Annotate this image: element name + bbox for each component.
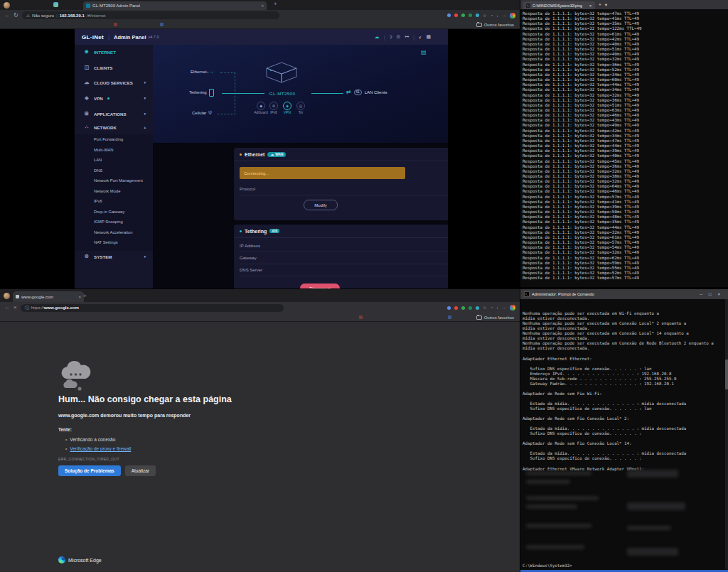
url-host: www.google.com [44, 306, 79, 310]
sidebar-subitem[interactable]: NAT Settings [75, 240, 144, 245]
extension-icon[interactable] [469, 306, 472, 310]
back-icon[interactable]: ← [4, 13, 10, 18]
other-favorites[interactable]: Outros favoritos [476, 315, 514, 320]
sidebar-subitem[interactable]: IPv6 [75, 199, 144, 204]
close-tab-icon[interactable]: × [261, 4, 264, 8]
new-tab-button[interactable]: + [274, 1, 277, 7]
browser-toolbar: ← × ⓘ https://www.google.com ☆ ◔ ↓ ⋯ [0, 302, 520, 313]
browser-profile-icon[interactable] [510, 13, 515, 18]
book-icon[interactable]: ▤ [421, 49, 427, 55]
close-icon[interactable]: × [717, 292, 720, 296]
grid-icon[interactable]: ▦ [426, 34, 431, 40]
close-tab-icon[interactable]: × [78, 295, 81, 299]
sidebar-item-applications[interactable]: ⊞ APPLICATIONS ▾ [75, 109, 153, 119]
minimize-icon[interactable]: – [700, 292, 702, 296]
lan-switch-icon: ⇄ [346, 89, 351, 95]
troubleshoot-button[interactable]: Solução de Problemas [58, 465, 121, 476]
browser-profile-icon[interactable] [510, 305, 515, 311]
history-icon[interactable]: ◔ [490, 306, 493, 310]
tab-google[interactable]: www.google.com × [13, 291, 84, 302]
sidebar-item-clients[interactable]: ◫ CLIENTS [75, 63, 153, 72]
scrollbar-thumb[interactable] [725, 360, 728, 389]
extension-icon[interactable] [469, 14, 472, 17]
help-icon[interactable]: ? [390, 35, 392, 40]
sidebar-item-vpn[interactable]: ◈ VPN ▾ [75, 93, 153, 103]
extension-icon[interactable] [447, 306, 451, 310]
sidebar-subitem[interactable]: Network Port Management [75, 178, 144, 183]
sidebar-subitem[interactable]: Network Acceleration [75, 230, 144, 235]
other-favorites[interactable]: Outros favoritos [476, 23, 514, 27]
bookmark-favicon[interactable] [114, 23, 117, 26]
sidebar-item-system[interactable]: ⚙ SYSTEM ▾ [75, 252, 153, 261]
bookmark-favicon[interactable] [160, 23, 164, 26]
extension-icon[interactable] [461, 306, 465, 310]
sidebar-subitem[interactable]: Port Forwarding [75, 137, 144, 142]
admin-main: ▤ Ethernet ‹···› Tethering Cellular ψ [153, 45, 448, 288]
proxy-firewall-link[interactable]: Verificação de proxy e firewall [70, 446, 131, 451]
disconnect-button[interactable]: Disconnect [300, 284, 340, 288]
cmd-output-line [523, 446, 728, 451]
sidebar-subitem[interactable]: Multi-WAN [75, 148, 144, 153]
cloud-icon[interactable]: ☁ [375, 34, 380, 40]
applications-icon: ⊞ [84, 111, 90, 117]
ping-output-line: Resposta de 1.1.1.1: bytes=32 tempo=32ms… [523, 179, 728, 184]
refresh-icon[interactable]: ↻ [14, 13, 18, 18]
tab-admin-panel[interactable]: GL-MT2500 Admin Panel × [83, 1, 267, 10]
sidebar-subitem[interactable]: DNS [75, 168, 144, 173]
extension-icon[interactable] [476, 14, 479, 17]
workspace-icon[interactable] [53, 2, 58, 7]
bookmark-favicon[interactable] [359, 315, 363, 319]
sidebar-item-network[interactable]: ∴ NETWORK ▴ [75, 122, 153, 132]
logout-icon[interactable]: ↦ [405, 34, 409, 40]
bookmark-favicon[interactable] [448, 315, 451, 319]
address-bar[interactable]: ⚠ Não seguro | 192.168.20.1 /#/internet [22, 11, 279, 19]
tab-title: www.google.com [21, 295, 53, 299]
terminal-tab[interactable]: >_ C:\WINDOWS\System32\ping × [523, 1, 595, 9]
extension-icon[interactable] [454, 306, 458, 310]
downloads-icon[interactable]: ↓ [496, 306, 498, 310]
error-try-label: Tente: [58, 427, 72, 432]
new-tab-button[interactable]: + [83, 293, 87, 299]
ping-output-line: Resposta de 1.1.1.1: bytes=32 tempo=44ms… [523, 82, 728, 87]
sidebar-subitem[interactable]: Drop-in Gateway [75, 210, 144, 215]
maximize-icon[interactable]: □ [709, 292, 712, 296]
url-path: /#/internet [87, 14, 106, 18]
language-icon[interactable]: ◐ [419, 35, 422, 40]
sidebar-subitem[interactable]: LAN [75, 158, 144, 163]
lan-clients-group[interactable]: ⇄ 61 LAN Clients [346, 89, 387, 95]
adguard-icon: ◆ [257, 102, 265, 110]
scrollbar-track[interactable] [725, 299, 728, 569]
ping-output-line: Resposta de 1.1.1.1: bytes=32 tempo=35ms… [523, 220, 728, 225]
profile-avatar[interactable] [4, 2, 10, 9]
favorites-icon[interactable]: ☆ [483, 14, 486, 18]
more-menu-icon[interactable]: ⋯ [502, 306, 506, 310]
dropdown-icon[interactable]: ▾ [605, 2, 607, 8]
profile-avatar[interactable] [4, 293, 10, 299]
admin-title: Admin Panel [114, 34, 146, 41]
sidebar-item-internet[interactable]: ⊕ INTERNET [75, 47, 153, 57]
favorites-icon[interactable]: ☆ [483, 306, 486, 310]
back-icon[interactable]: ← [4, 305, 10, 311]
ping-output-line: Resposta de 1.1.1.1: bytes=32 tempo=42ms… [523, 37, 728, 42]
extension-icon[interactable] [476, 306, 479, 310]
ping-output-line: Resposta de 1.1.1.1: bytes=32 tempo=44ms… [523, 144, 728, 149]
cmd-output-line: mídia estiver desconectada. [523, 326, 728, 331]
extension-icon[interactable] [447, 14, 451, 17]
history-icon[interactable]: ◔ [490, 14, 493, 18]
address-bar[interactable]: ⓘ https://www.google.com [21, 304, 284, 312]
sidebar-subitem[interactable]: IGMP Snooping [75, 220, 144, 225]
stop-icon[interactable]: × [14, 305, 17, 311]
new-tab-button[interactable]: + [599, 2, 601, 7]
power-icon[interactable]: ⊙ [397, 34, 401, 40]
sidebar-subitem[interactable]: Network Mode [75, 189, 144, 194]
ping-output-line: Resposta de 1.1.1.1: bytes=32 tempo=32ms… [523, 250, 728, 255]
refresh-button[interactable]: Atualizar [125, 465, 156, 476]
extension-icon[interactable] [461, 14, 465, 17]
downloads-icon[interactable]: ↓ [496, 14, 498, 18]
extension-icon[interactable] [454, 14, 458, 17]
more-menu-icon[interactable]: ⋯ [502, 14, 506, 18]
sidebar-item-cloud-services[interactable]: ☁ CLOUD SERVICES ▾ [75, 77, 153, 87]
network-icon: ∴ [84, 124, 90, 130]
modify-button[interactable]: Modify [304, 200, 338, 210]
close-tab-icon[interactable]: × [589, 4, 592, 8]
